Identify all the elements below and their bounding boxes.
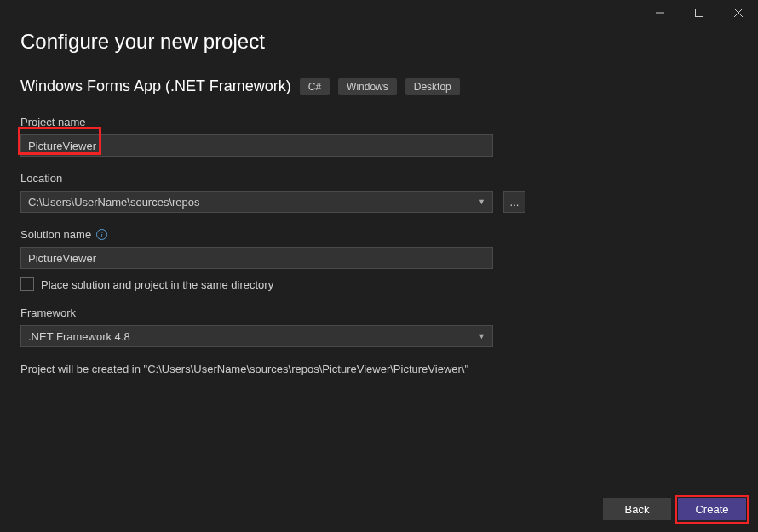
solution-name-label: Solution name i [20, 228, 738, 241]
window-titlebar [640, 0, 758, 26]
tag-desktop: Desktop [405, 78, 460, 95]
creation-path-note: Project will be created in "C:\Users\Use… [20, 363, 738, 375]
back-button[interactable]: Back [603, 498, 671, 520]
chevron-down-icon: ▼ [478, 332, 485, 340]
svg-rect-1 [696, 9, 703, 17]
tag-csharp: C# [300, 78, 330, 95]
framework-value: .NET Framework 4.8 [28, 330, 130, 343]
template-name: Windows Forms App (.NET Framework) [20, 77, 291, 95]
same-directory-label: Place solution and project in the same d… [41, 278, 273, 291]
create-button[interactable]: Create [678, 498, 746, 520]
project-name-input[interactable] [20, 134, 493, 157]
project-name-label: Project name [20, 116, 738, 129]
location-value: C:\Users\UserName\sources\repos [28, 196, 200, 209]
info-icon[interactable]: i [96, 229, 107, 240]
page-title: Configure your new project [20, 30, 738, 54]
close-button[interactable] [719, 0, 758, 26]
tag-windows: Windows [338, 78, 397, 95]
same-directory-checkbox[interactable] [20, 277, 34, 291]
solution-name-input[interactable] [20, 247, 493, 269]
minimize-button[interactable] [640, 0, 680, 26]
framework-label: Framework [20, 306, 738, 319]
browse-button[interactable]: ... [503, 191, 525, 213]
maximize-button[interactable] [680, 0, 719, 26]
location-label: Location [20, 172, 738, 185]
chevron-down-icon: ▼ [478, 197, 485, 206]
location-dropdown[interactable]: C:\Users\UserName\sources\repos ▼ [20, 191, 493, 213]
framework-dropdown[interactable]: .NET Framework 4.8 ▼ [20, 325, 493, 347]
